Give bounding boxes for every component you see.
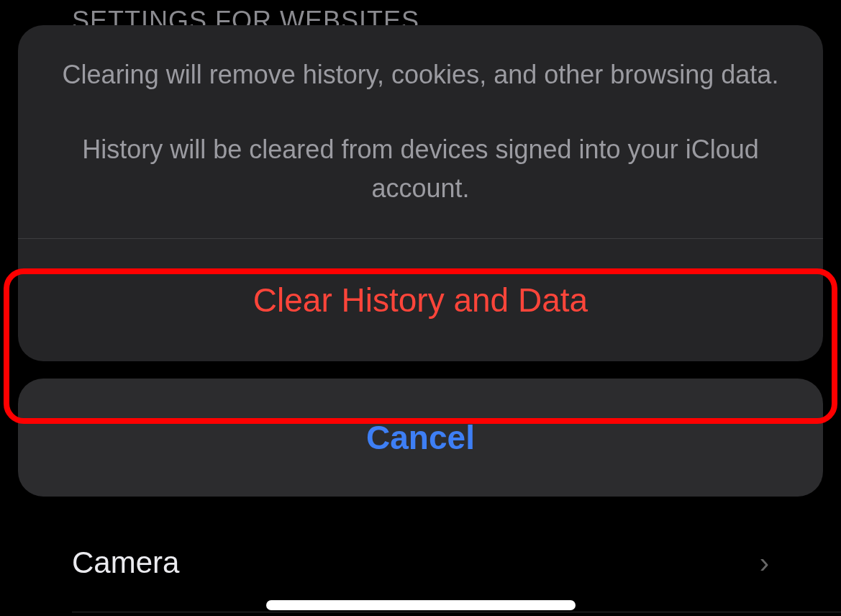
cancel-card: Cancel [18,379,823,497]
camera-settings-row[interactable]: Camera › [0,545,841,580]
action-sheet-message: Clearing will remove history, cookies, a… [18,25,823,238]
row-divider [72,612,841,612]
chevron-right-icon: › [760,547,769,579]
cancel-button[interactable]: Cancel [18,379,823,497]
message-line-2: History will be cleared from devices sig… [58,130,783,208]
message-line-1: Clearing will remove history, cookies, a… [58,55,783,94]
camera-label: Camera [72,545,179,580]
home-indicator[interactable] [266,600,576,610]
action-sheet: Clearing will remove history, cookies, a… [18,25,823,497]
action-sheet-card: Clearing will remove history, cookies, a… [18,25,823,361]
clear-history-and-data-button[interactable]: Clear History and Data [18,239,823,361]
